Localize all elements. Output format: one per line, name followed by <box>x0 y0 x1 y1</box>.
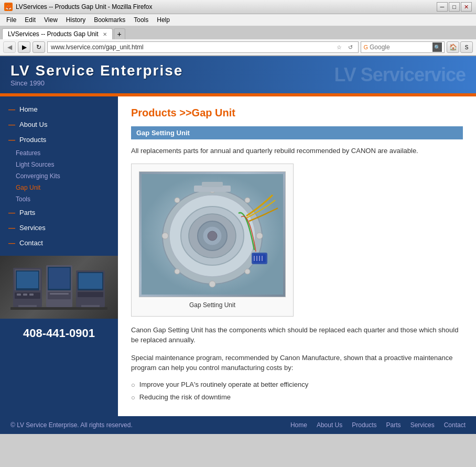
search-button[interactable]: 🔍 <box>432 42 442 52</box>
menu-edit[interactable]: Edit <box>20 15 40 25</box>
svg-point-37 <box>175 269 180 274</box>
search-input[interactable] <box>370 44 432 51</box>
browser-tab[interactable]: LVServices -- Products Gap Unit ✕ <box>2 28 113 39</box>
site-header: LV Service Enterprise Since 1990 LV Serv… <box>0 56 476 93</box>
footer-copyright: © LV Service Enterprise. All rights rese… <box>10 421 133 429</box>
dash-icon: — <box>8 136 15 144</box>
bullet-icon-2: ○ <box>131 394 135 401</box>
tab-bar: LVServices -- Products Gap Unit ✕ + <box>0 26 476 39</box>
machines-image <box>10 257 107 318</box>
footer-link-about[interactable]: About Us <box>317 421 342 429</box>
sidebar-nav: — Home — About Us — Products Features Li… <box>0 102 118 251</box>
intro-text: All replacements parts for annual and qu… <box>131 146 463 156</box>
minimize-button[interactable]: ─ <box>437 2 448 12</box>
bullet-icon-1: ○ <box>131 381 135 389</box>
sidebar-item-home[interactable]: — Home <box>0 102 118 117</box>
menu-view[interactable]: View <box>40 15 62 25</box>
menu-bar: File Edit View History Bookmarks Tools H… <box>0 14 476 26</box>
dash-icon: — <box>8 105 15 113</box>
svg-rect-6 <box>23 294 27 296</box>
sidebar-label-parts: Parts <box>19 209 35 216</box>
sidebar-label-converging-kits: Converging Kits <box>16 172 60 180</box>
footer-link-services[interactable]: Services <box>410 421 435 429</box>
sidebar-item-light-sources[interactable]: Light Sources <box>0 159 118 170</box>
svg-rect-12 <box>49 268 70 289</box>
sidebar-label-products: Products <box>19 136 46 144</box>
svg-rect-19 <box>10 307 107 310</box>
close-button[interactable]: ✕ <box>461 2 472 12</box>
maximize-button[interactable]: □ <box>449 2 460 12</box>
refresh-button[interactable]: ↻ <box>33 41 45 53</box>
address-bar: ◀ ▶ ↻ www.lvservice.com/gap_unit.html ☆ … <box>0 39 476 56</box>
menu-bookmarks[interactable]: Bookmarks <box>90 15 129 25</box>
product-image-caption: Gap Setting Unit <box>139 301 286 309</box>
site-footer: © LV Service Enterprise. All rights rese… <box>0 416 476 434</box>
menu-file[interactable]: File <box>2 15 20 25</box>
search-engine-icon: G <box>363 44 368 50</box>
bullet-text-2: Reducing the risk of downtime <box>139 393 231 401</box>
gap-unit-svg <box>142 174 283 295</box>
description-1: Canon Gap Setting Unit has the component… <box>131 325 463 345</box>
page-title: Products >>Gap Unit <box>131 107 463 119</box>
footer-links: Home About Us Products Parts Services Co… <box>290 421 466 429</box>
sidebar-label-home: Home <box>19 105 38 113</box>
browser-chrome: 🦊 LVServices -- Products Gap Unit - Mozi… <box>0 0 476 56</box>
sidebar-label-gap-unit: Gap Unit <box>16 184 40 191</box>
site-content: — Home — About Us — Products Features Li… <box>0 96 476 416</box>
menu-tools[interactable]: Tools <box>129 15 153 25</box>
svg-rect-7 <box>29 294 34 296</box>
sidebar-item-contact[interactable]: — Contact <box>0 235 118 251</box>
svg-rect-14 <box>50 293 69 295</box>
new-tab-button[interactable]: + <box>114 28 125 39</box>
back-button[interactable]: ◀ <box>3 41 16 53</box>
url-bar[interactable]: www.lvservice.com/gap_unit.html ☆ ↺ <box>47 41 359 53</box>
product-image <box>139 171 286 297</box>
sidebar-item-products[interactable]: — Products <box>0 132 118 147</box>
search-bar[interactable]: G 🔍 <box>361 41 445 53</box>
menu-history[interactable]: History <box>62 15 90 25</box>
bullet-item-2: ○ Reducing the risk of downtime <box>131 393 463 401</box>
sidebar-item-parts[interactable]: — Parts <box>0 205 118 220</box>
sidebar-item-services[interactable]: — Services <box>0 220 118 235</box>
svg-rect-18 <box>78 292 103 297</box>
svg-rect-5 <box>17 294 21 296</box>
sidebar-item-tools[interactable]: Tools <box>0 193 118 205</box>
browser-icon: 🦊 <box>4 3 13 11</box>
sidebar-item-converging-kits[interactable]: Converging Kits <box>0 170 118 182</box>
home-nav-button[interactable]: 🏠 <box>447 41 459 53</box>
forward-button[interactable]: ▶ <box>18 41 30 53</box>
footer-link-contact[interactable]: Contact <box>444 421 466 429</box>
footer-link-products[interactable]: Products <box>352 421 376 429</box>
svg-point-30 <box>208 231 217 241</box>
reload-icon[interactable]: ↺ <box>345 42 355 52</box>
sidebar-item-gap-unit[interactable]: Gap Unit <box>0 182 118 193</box>
sidebar: — Home — About Us — Products Features Li… <box>0 96 118 416</box>
bullet-text-1: Improve your PLA's routinely operate at … <box>139 381 308 388</box>
svg-rect-17 <box>79 273 102 289</box>
svg-point-35 <box>175 198 180 203</box>
svg-rect-9 <box>17 271 38 288</box>
window-controls[interactable]: ─ □ ✕ <box>437 2 472 12</box>
svg-rect-22 <box>81 305 100 307</box>
footer-link-parts[interactable]: Parts <box>386 421 401 429</box>
dash-icon: — <box>8 121 15 128</box>
svg-rect-21 <box>50 305 68 307</box>
svg-point-38 <box>245 269 250 274</box>
menu-help[interactable]: Help <box>153 15 174 25</box>
footer-link-home[interactable]: Home <box>290 421 307 429</box>
sidebar-item-features[interactable]: Features <box>0 147 118 159</box>
sync-button[interactable]: S <box>460 41 473 53</box>
sidebar-item-about[interactable]: — About Us <box>0 117 118 132</box>
section-header: Gap Setting Unit <box>131 126 463 139</box>
phone-number: 408-441-0901 <box>8 327 110 340</box>
tab-close-button[interactable]: ✕ <box>103 31 107 37</box>
svg-rect-20 <box>18 305 37 307</box>
logo-title: LV Service Enterprise <box>10 62 183 79</box>
bullet-item-1: ○ Improve your PLA's routinely operate a… <box>131 381 463 389</box>
window-title: LVServices -- Products Gap Unit - Mozill… <box>16 3 153 10</box>
description-2: Special maintenance program, recommended… <box>131 353 463 373</box>
website: LV Service Enterprise Since 1990 LV Serv… <box>0 56 476 434</box>
svg-point-32 <box>209 281 215 287</box>
bookmark-icon[interactable]: ☆ <box>334 42 344 52</box>
svg-point-33 <box>162 233 168 239</box>
